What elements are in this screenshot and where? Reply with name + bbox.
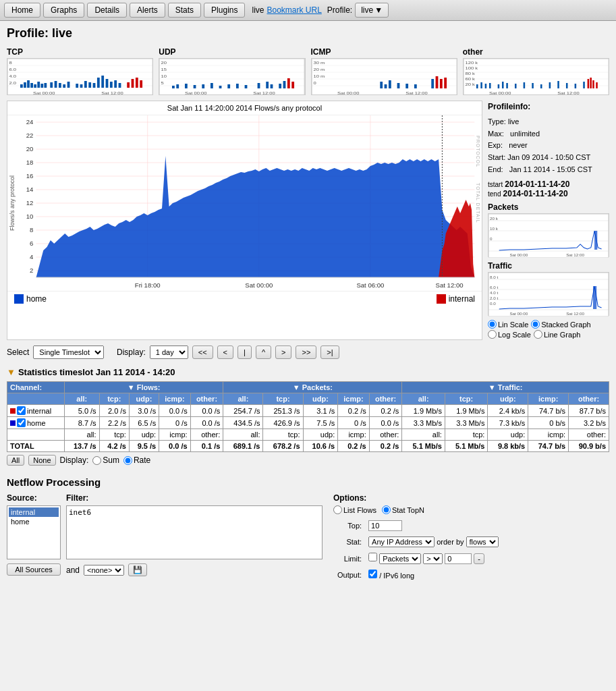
total-flows-all: 13.7 /s bbox=[64, 441, 99, 452]
traffic-section: Traffic 8.0 t 6.0 t 4.0 t 2.0 t 0.0 bbox=[488, 261, 609, 316]
tcp-chart[interactable]: 8 6.0 4.0 2.0 bbox=[7, 58, 153, 95]
home-traffic-other: 3.2 b/s bbox=[569, 417, 609, 429]
stat-topn-radio[interactable] bbox=[382, 505, 391, 514]
limit-checkbox[interactable] bbox=[368, 553, 377, 561]
svg-rect-58 bbox=[245, 85, 248, 88]
nav-last[interactable]: >| bbox=[320, 346, 339, 359]
nav-next[interactable]: > bbox=[275, 346, 291, 359]
rate-radio[interactable] bbox=[123, 456, 132, 465]
save-filter-button[interactable]: 💾 bbox=[128, 563, 147, 576]
svg-rect-113 bbox=[557, 81, 559, 88]
filter-textarea[interactable]: inet6 bbox=[66, 505, 323, 559]
main-flow-chart[interactable]: Sat Jan 11 14:20:00 2014 Flows/s any pro… bbox=[7, 101, 482, 340]
lin-scale-radio[interactable] bbox=[488, 320, 497, 329]
lin-scale-option[interactable]: Lin Scale bbox=[488, 320, 528, 329]
limit-gt-select[interactable]: > bbox=[423, 553, 443, 564]
tab-home[interactable]: Home bbox=[4, 3, 40, 18]
svg-rect-81 bbox=[397, 83, 399, 88]
tab-plugins[interactable]: Plugins bbox=[204, 3, 245, 18]
all-button[interactable]: All bbox=[7, 455, 24, 466]
svg-rect-9 bbox=[20, 84, 23, 88]
other-chart[interactable]: 120 k 100 k 80 k 60 k 20 k bbox=[463, 58, 609, 95]
log-scale-option[interactable]: Log Scale bbox=[488, 330, 531, 339]
nav-bar[interactable]: | bbox=[237, 346, 252, 359]
internal-checkbox[interactable] bbox=[17, 406, 26, 415]
source-list[interactable]: internal home bbox=[7, 505, 61, 559]
source-item-home[interactable]: home bbox=[9, 517, 59, 526]
stat-select[interactable]: Any IP Address bbox=[368, 536, 435, 547]
top-input[interactable] bbox=[368, 520, 402, 531]
svg-rect-53 bbox=[202, 84, 205, 88]
all-sources-button[interactable]: All Sources bbox=[7, 563, 61, 576]
svg-text:2.0: 2.0 bbox=[9, 81, 17, 85]
sum-option[interactable]: Sum bbox=[92, 455, 119, 465]
svg-rect-22 bbox=[76, 84, 78, 88]
line-graph-option[interactable]: Line Graph bbox=[534, 330, 580, 339]
home-traffic-icmp: 0 b/s bbox=[528, 417, 569, 429]
tcp-section: TCP 8 6.0 4.0 2.0 bbox=[7, 47, 153, 95]
sum-radio[interactable] bbox=[92, 456, 101, 465]
tab-details[interactable]: Details bbox=[87, 3, 127, 18]
home-flows-other: 0.0 /s bbox=[190, 417, 223, 429]
svg-text:16: 16 bbox=[26, 173, 34, 179]
tab-graphs[interactable]: Graphs bbox=[43, 3, 84, 18]
bookmark-link[interactable]: Bookmark URL bbox=[267, 5, 321, 15]
svg-rect-168 bbox=[594, 231, 597, 250]
stacked-graph-radio[interactable] bbox=[531, 320, 540, 329]
svg-text:Sat 06:00: Sat 06:00 bbox=[356, 282, 384, 289]
traffic-chart[interactable]: 8.0 t 6.0 t 4.0 t 2.0 t 0.0 Sat 00:00 Sa… bbox=[488, 272, 609, 316]
none-select[interactable]: <none> bbox=[84, 565, 124, 576]
svg-rect-32 bbox=[119, 83, 121, 88]
internal-flows-all: 5.0 /s bbox=[64, 405, 99, 417]
order-by-select[interactable]: flows bbox=[466, 536, 499, 547]
home-checkbox[interactable] bbox=[17, 418, 26, 427]
limit-minus-button[interactable]: - bbox=[474, 553, 484, 564]
source-item-internal[interactable]: internal bbox=[9, 507, 59, 517]
udp-chart[interactable]: 20 15 10 5 bbox=[159, 58, 305, 95]
tab-alerts[interactable]: Alerts bbox=[130, 3, 165, 18]
home-flows-icmp: 0 /s bbox=[159, 417, 190, 429]
ipv6-checkbox[interactable] bbox=[368, 570, 377, 578]
tab-stats[interactable]: Stats bbox=[168, 3, 201, 18]
internal-flows-icmp: 0.0 /s bbox=[159, 405, 190, 417]
packets-chart[interactable]: 20 k 10 k 0 Sat 00:00 Sat 12:00 bbox=[488, 213, 609, 257]
display-select[interactable]: 1 day bbox=[150, 346, 188, 359]
line-graph-radio[interactable] bbox=[534, 330, 542, 339]
svg-text:Sat 12:00: Sat 12:00 bbox=[436, 282, 464, 289]
limit-packets-select[interactable]: Packets bbox=[379, 553, 421, 564]
internal-traffic-tcp: 1.9 Mb/s bbox=[445, 405, 488, 417]
stacked-graph-option[interactable]: Stacked Graph bbox=[531, 320, 590, 329]
timeslot-select[interactable]: Single Timeslot bbox=[33, 346, 104, 359]
legend-internal: internal bbox=[437, 294, 475, 304]
svg-text:100 k: 100 k bbox=[465, 66, 478, 70]
output-value-cell: / IPv6 long bbox=[366, 568, 501, 582]
icmp-chart[interactable]: 30 m 20 m 10 m 0 Sat 00:00 Sat 12:00 bbox=[311, 58, 457, 95]
udp-label: UDP bbox=[159, 47, 305, 57]
profileinfo-title: Profileinfo: bbox=[488, 101, 609, 113]
internal-pkts-all: 254.7 /s bbox=[223, 405, 263, 417]
svg-rect-34 bbox=[132, 79, 134, 88]
profile-dropdown[interactable]: live ▼ bbox=[355, 3, 389, 18]
rate-option[interactable]: Rate bbox=[123, 455, 150, 465]
nav-fast-next[interactable]: >> bbox=[296, 346, 316, 359]
none-button[interactable]: None bbox=[28, 455, 55, 466]
nav-up[interactable]: ^ bbox=[256, 346, 271, 359]
stat-topn-option[interactable]: Stat TopN bbox=[382, 505, 424, 514]
log-scale-radio[interactable] bbox=[488, 330, 497, 339]
nav-prev[interactable]: < bbox=[217, 346, 233, 359]
svg-text:Sat 12:00: Sat 12:00 bbox=[557, 91, 580, 95]
svg-text:60 k: 60 k bbox=[465, 77, 475, 81]
svg-rect-28 bbox=[101, 76, 104, 88]
list-flows-option[interactable]: List Flows bbox=[333, 505, 376, 514]
protocol-side-label: PROTOCOL bbox=[476, 136, 480, 167]
svg-rect-82 bbox=[405, 84, 408, 88]
sh-pkts-all: all: bbox=[223, 393, 263, 405]
limit-value-input[interactable] bbox=[445, 553, 472, 564]
nav-first[interactable]: << bbox=[192, 346, 213, 359]
select-label: Select bbox=[7, 348, 29, 357]
svg-text:20: 20 bbox=[26, 146, 34, 153]
right-panel: Profileinfo: Type: live Max: unlimited E… bbox=[488, 101, 609, 340]
svg-rect-119 bbox=[592, 80, 594, 88]
stats-table: Channel: ▼ Flows: ▼ Packets: ▼ Traffic: bbox=[7, 381, 609, 452]
list-flows-radio[interactable] bbox=[333, 505, 342, 514]
